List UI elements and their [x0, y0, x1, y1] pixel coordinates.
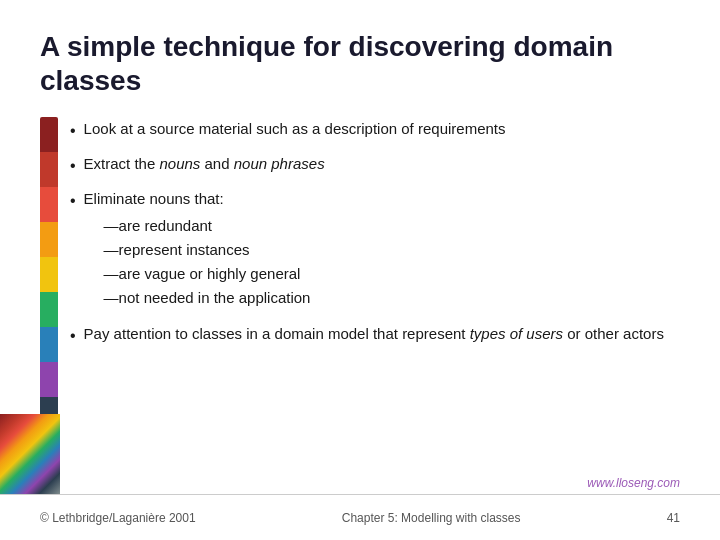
- footer-chapter: Chapter 5: Modelling with classes: [216, 511, 647, 525]
- bullet-dot-2: •: [70, 154, 76, 179]
- sub-item-3-3: —are vague or highly general: [104, 262, 311, 286]
- footer-copyright: © Lethbridge/Laganière 2001: [40, 511, 196, 525]
- italic-types-of-users: types of users: [470, 325, 563, 342]
- bullet-item-1: • Look at a source material such as a de…: [70, 117, 680, 144]
- bullet-dot-3: •: [70, 189, 76, 214]
- bullet-dot-4: •: [70, 324, 76, 349]
- watermark-text: www.lloseng.com: [587, 476, 680, 490]
- content-area: • Look at a source material such as a de…: [40, 117, 680, 467]
- italic-noun-phrases: noun phrases: [234, 155, 325, 172]
- bullet-text-2: Extract the nouns and noun phrases: [84, 152, 325, 175]
- footer: © Lethbridge/Laganière 2001 Chapter 5: M…: [0, 494, 720, 540]
- title-text: A simple technique for discovering domai…: [40, 31, 613, 96]
- bullet-content-3: Eliminate nouns that: —are redundant —re…: [84, 187, 311, 314]
- bullet-list: • Look at a source material such as a de…: [70, 117, 680, 467]
- sub-item-3-1: —are redundant: [104, 214, 311, 238]
- bullet-dot-1: •: [70, 119, 76, 144]
- slide-title: A simple technique for discovering domai…: [40, 30, 680, 97]
- bullet-text-3: Eliminate nouns that:: [84, 190, 224, 207]
- sub-item-3-2: —represent instances: [104, 238, 311, 262]
- bullet-item-3: • Eliminate nouns that: —are redundant —…: [70, 187, 680, 314]
- bullet-item-4: • Pay attention to classes in a domain m…: [70, 322, 680, 349]
- bullet-item-2: • Extract the nouns and noun phrases: [70, 152, 680, 179]
- italic-nouns: nouns: [159, 155, 200, 172]
- watermark: www.lloseng.com: [587, 476, 680, 490]
- bullet-text-4: Pay attention to classes in a domain mod…: [84, 322, 664, 345]
- sub-items-3: —are redundant —represent instances —are…: [104, 214, 311, 310]
- sub-item-3-4: —not needed in the application: [104, 286, 311, 310]
- footer-page: 41: [667, 511, 680, 525]
- footer-decoration: [0, 414, 60, 494]
- bullet-text-1: Look at a source material such as a desc…: [84, 117, 506, 140]
- slide: A simple technique for discovering domai…: [0, 0, 720, 540]
